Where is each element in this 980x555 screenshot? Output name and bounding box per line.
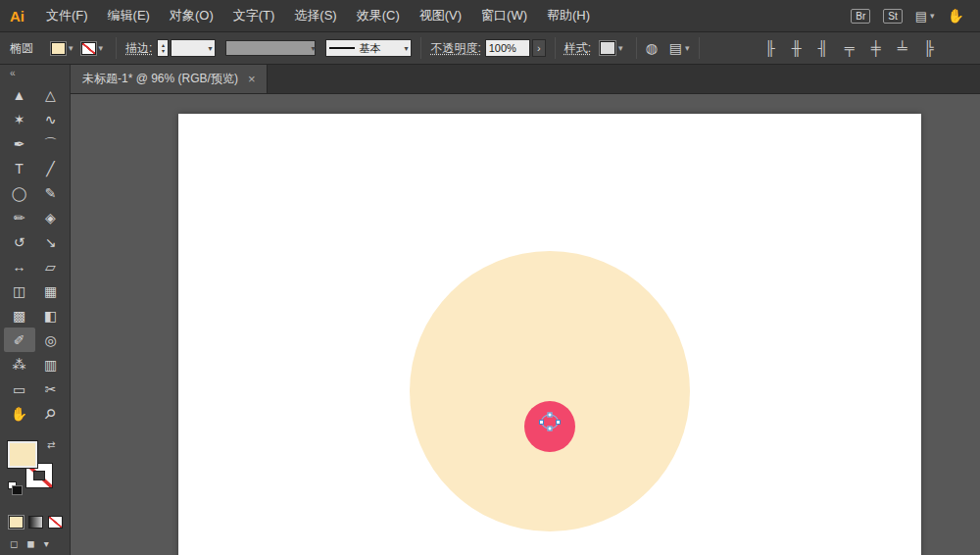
menu-item-view[interactable]: 视图(V) — [410, 7, 471, 25]
anchor-point[interactable] — [548, 413, 553, 418]
eraser-tool-icon: ◈ — [45, 211, 56, 225]
shape-builder-tool[interactable]: ◫ — [4, 278, 35, 303]
fill-swatch[interactable] — [8, 441, 37, 468]
column-graph-tool[interactable]: ▥ — [35, 352, 67, 377]
align-button-group: ╟ ╫ ╢ ╤ ╪ ╧ ╠ — [763, 40, 936, 56]
eraser-tool[interactable]: ◈ — [35, 205, 67, 229]
menu-item-select[interactable]: 选择(S) — [284, 7, 346, 25]
recolor-artwork-button[interactable]: ◍ — [646, 40, 658, 56]
anchor-point[interactable] — [548, 427, 553, 431]
opacity-expand-button[interactable]: › — [532, 39, 546, 57]
ellipse-tool-icon: ◯ — [12, 186, 27, 200]
canvas-area[interactable] — [71, 94, 980, 555]
align-vertical-top-icon[interactable]: ╤ — [843, 40, 857, 56]
context-label: 椭圆 — [10, 40, 33, 57]
document-tab-title: 未标题-1* @ 96% (RGB/预览) — [82, 71, 238, 87]
anchor-point[interactable] — [556, 420, 561, 425]
align-horizontal-right-icon[interactable]: ╢ — [816, 40, 830, 56]
opacity-input[interactable] — [485, 39, 530, 57]
align-horizontal-left-icon[interactable]: ╟ — [763, 40, 777, 56]
menu-item-edit[interactable]: 编辑(E) — [98, 7, 160, 25]
blend-tool[interactable]: ◎ — [35, 328, 67, 352]
stroke-color-dropdown[interactable]: ▾ — [81, 42, 104, 55]
lasso-tool[interactable]: ∿ — [35, 107, 67, 131]
slice-tool-icon: ✂ — [45, 382, 57, 396]
curvature-tool[interactable]: ⌒ — [35, 131, 67, 156]
fill-color-dropdown[interactable]: ▾ — [51, 42, 74, 55]
document-tab[interactable]: 未标题-1* @ 96% (RGB/预览) × — [71, 65, 268, 93]
screen-mode-icon[interactable]: ▾ — [44, 538, 49, 549]
style-dropdown[interactable]: ▾ — [595, 41, 623, 55]
stroke-width-stepper[interactable]: ▴ ▾ — [157, 39, 169, 57]
perspective-grid-tool[interactable]: ▦ — [35, 278, 67, 303]
slice-tool[interactable]: ✂ — [35, 377, 67, 401]
stroke-label[interactable]: 描边: — [125, 40, 152, 57]
pen-tool[interactable]: ✒ — [4, 131, 35, 156]
gradient-mode-button[interactable] — [28, 516, 43, 529]
scale-tool[interactable]: ↘ — [35, 229, 67, 254]
gradient-tool[interactable]: ◧ — [35, 303, 67, 328]
line-segment-tool-icon: ╱ — [46, 162, 54, 176]
brush-definition-dropdown[interactable]: 基本 ▾ — [325, 39, 412, 57]
align-vertical-center-icon[interactable]: ╪ — [869, 40, 883, 56]
stroke-width-combo[interactable]: ▾ — [171, 39, 216, 57]
rotate-tool-icon: ↺ — [14, 235, 25, 249]
ellipse-tool[interactable]: ◯ — [4, 180, 35, 205]
chevron-down-icon: ▾ — [69, 43, 74, 53]
illustrator-app: Ai 文件(F) 编辑(E) 对象(O) 文字(T) 选择(S) 效果(C) 视… — [0, 0, 980, 555]
free-transform-tool[interactable]: ▱ — [35, 254, 67, 278]
line-segment-tool[interactable]: ╱ — [35, 156, 67, 180]
color-mode-button[interactable] — [9, 516, 24, 529]
style-label[interactable]: 样式: — [564, 40, 591, 57]
draw-normal-mode-icon[interactable]: ◻ — [10, 538, 18, 549]
type-tool[interactable]: T — [4, 156, 35, 180]
align-vertical-bottom-icon[interactable]: ╧ — [896, 40, 909, 56]
swap-fill-stroke-icon[interactable]: ⇄ — [47, 439, 55, 450]
hand-tool[interactable]: ✋ — [4, 401, 35, 426]
opacity-label[interactable]: 不透明度: — [430, 40, 480, 57]
mesh-tool[interactable]: ▩ — [4, 303, 35, 328]
rotate-tool[interactable]: ↺ — [4, 229, 35, 254]
width-profile-dropdown[interactable]: ▾ — [225, 40, 316, 56]
pencil-tool[interactable]: ✏ — [4, 205, 35, 229]
separator — [420, 37, 421, 59]
app-logo: Ai — [10, 8, 24, 25]
align-horizontal-center-icon[interactable]: ╫ — [790, 40, 804, 56]
separator — [555, 37, 556, 59]
stroke-preview-icon — [329, 47, 355, 49]
close-tab-icon[interactable]: × — [248, 72, 256, 86]
globe-icon: ◍ — [646, 40, 658, 56]
menu-item-file[interactable]: 文件(F) — [36, 7, 98, 25]
menu-item-help[interactable]: 帮助(H) — [537, 7, 600, 25]
hand-gesture-icon[interactable]: ✋ — [948, 8, 964, 24]
cream-circle-shape[interactable] — [410, 251, 690, 531]
direct-selection-tool-icon: △ — [45, 88, 56, 102]
menu-item-object[interactable]: 对象(O) — [160, 7, 223, 25]
workspace-switcher-button[interactable]: ▤ ▾ — [915, 9, 935, 24]
paintbrush-tool[interactable]: ✎ — [35, 180, 67, 205]
menu-item-window[interactable]: 窗口(W) — [471, 7, 537, 25]
menu-item-type[interactable]: 文字(T) — [223, 7, 285, 25]
magic-wand-tool[interactable]: ✶ — [4, 107, 35, 131]
artboard-tool[interactable]: ▭ — [4, 377, 35, 401]
document-setup-button[interactable]: ▤ ▾ — [669, 40, 690, 56]
bridge-button[interactable]: Br — [851, 9, 870, 24]
none-mode-button[interactable] — [48, 516, 63, 529]
pen-tool-icon: ✒ — [14, 137, 25, 151]
distribute-icon[interactable]: ╠ — [922, 40, 936, 56]
draw-behind-mode-icon[interactable]: ◼ — [26, 538, 34, 549]
eyedropper-tool[interactable]: ✐ — [4, 328, 35, 352]
stock-button[interactable]: St — [883, 9, 902, 24]
zoom-tool[interactable]: ⚲ — [35, 401, 67, 426]
selected-anchor-points[interactable] — [541, 415, 559, 429]
collapse-toolbar-button[interactable]: « — [0, 65, 70, 82]
default-fill-stroke-icon[interactable] — [8, 481, 17, 489]
blend-tool-icon: ◎ — [44, 333, 56, 347]
direct-selection-tool[interactable]: △ — [35, 82, 67, 107]
menu-item-effect[interactable]: 效果(C) — [347, 7, 410, 25]
chevron-down-icon: ▾ — [685, 43, 690, 53]
symbol-sprayer-tool[interactable]: ⁂ — [4, 352, 35, 377]
width-tool[interactable]: ↔ — [4, 254, 35, 278]
anchor-point[interactable] — [539, 420, 544, 425]
selection-tool[interactable]: ▲ — [4, 82, 35, 107]
